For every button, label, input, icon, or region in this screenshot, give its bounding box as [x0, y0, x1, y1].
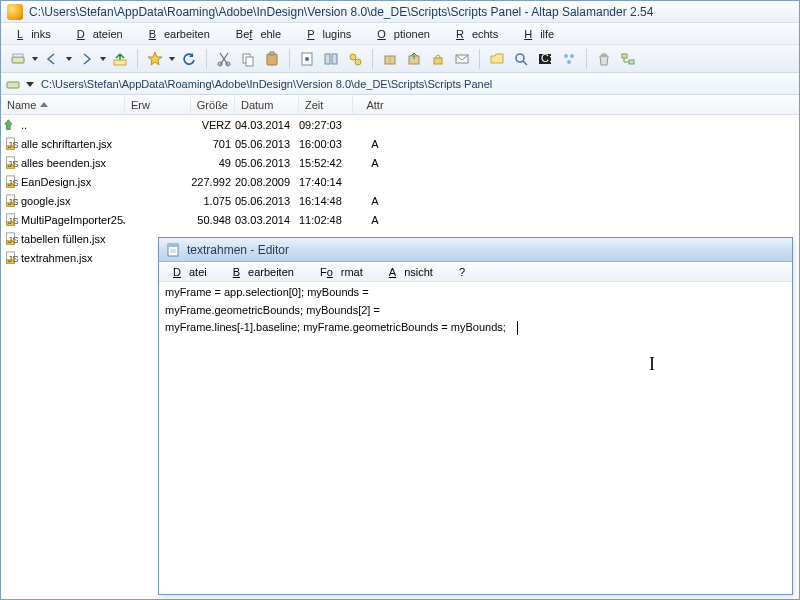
editor-menu-help[interactable]: ?	[451, 264, 473, 280]
svg-text:JS: JS	[8, 215, 19, 226]
properties-button[interactable]	[296, 48, 318, 70]
menu-dateien[interactable]: Dateien	[69, 25, 139, 43]
file-time: 16:14:48	[299, 195, 353, 207]
forward-dropdown[interactable]	[99, 56, 107, 62]
svg-text:JS: JS	[8, 196, 19, 207]
editor-menu-format[interactable]: Format	[312, 264, 379, 280]
notepad-icon	[165, 242, 181, 258]
sort-asc-icon	[40, 102, 48, 107]
shell-button[interactable]: C:	[534, 48, 556, 70]
script-file-icon: JS	[3, 231, 19, 247]
file-attr: A	[353, 214, 397, 226]
delete-button[interactable]	[593, 48, 615, 70]
script-file-icon: JS	[3, 174, 19, 190]
zip-icon[interactable]	[379, 48, 401, 70]
main-titlebar[interactable]: C:\Users\Stefan\AppData\Roaming\Adobe\In…	[1, 1, 799, 23]
svg-point-11	[305, 57, 309, 61]
editor-line: myFrame = app.selection[0]; myBounds =	[165, 286, 369, 298]
table-row[interactable]: JSalle schriftarten.jsx70105.06.201316:0…	[1, 134, 799, 153]
table-row[interactable]: JSMultiPageImporter25JJB.jsx50.94803.03.…	[1, 210, 799, 229]
main-toolbar: C:	[1, 45, 799, 73]
table-row[interactable]: ..VERZ04.03.201409:27:03	[1, 115, 799, 134]
script-file-icon: JS	[3, 193, 19, 209]
newfolder-button[interactable]	[486, 48, 508, 70]
table-row[interactable]: JSgoogle.jsx1.07505.06.201316:14:48A	[1, 191, 799, 210]
col-attr[interactable]: Attr	[353, 95, 397, 114]
script-file-icon: JS	[3, 212, 19, 228]
file-date: 04.03.2014	[235, 119, 299, 131]
svg-rect-1	[13, 54, 23, 57]
svg-marker-3	[148, 52, 162, 65]
menu-bearbeiten[interactable]: Bearbeiten	[141, 25, 226, 43]
svg-rect-12	[325, 54, 330, 64]
email-button[interactable]	[451, 48, 473, 70]
menu-optionen[interactable]: Optionen	[369, 25, 446, 43]
svg-point-24	[570, 54, 574, 58]
svg-point-20	[516, 54, 524, 62]
back-dropdown[interactable]	[65, 56, 73, 62]
path-bar[interactable]: C:\Users\Stefan\AppData\Roaming\Adobe\In…	[1, 73, 799, 95]
file-time: 15:52:42	[299, 157, 353, 169]
up-button[interactable]	[109, 48, 131, 70]
svg-text:JS: JS	[8, 177, 19, 188]
col-ext[interactable]: Erw	[125, 95, 191, 114]
bookmark-button[interactable]	[144, 48, 166, 70]
file-name: alles beenden.jsx	[21, 157, 125, 169]
drive-button[interactable]	[7, 48, 29, 70]
editor-menu-ansicht[interactable]: Ansicht	[381, 264, 449, 280]
permissions-button[interactable]	[427, 48, 449, 70]
app-icon	[7, 4, 23, 20]
menu-befehle[interactable]: Befehle	[228, 25, 297, 43]
svg-rect-51	[168, 244, 178, 247]
file-date: 03.03.2014	[235, 214, 299, 226]
editor-text-area[interactable]: myFrame = app.selection[0]; myBounds = m…	[159, 282, 792, 594]
sharing-button[interactable]	[558, 48, 580, 70]
col-time[interactable]: Zeit	[299, 95, 353, 114]
path-text: C:\Users\Stefan\AppData\Roaming\Adobe\In…	[39, 78, 492, 90]
svg-rect-2	[114, 60, 126, 65]
editor-menubar: Datei Bearbeiten Format Ansicht ?	[159, 262, 792, 282]
network-button[interactable]	[617, 48, 639, 70]
svg-point-25	[567, 60, 571, 64]
filter-button[interactable]	[344, 48, 366, 70]
back-button[interactable]	[41, 48, 63, 70]
menu-plugins[interactable]: Plugins	[299, 25, 367, 43]
editor-titlebar[interactable]: textrahmen - Editor	[159, 238, 792, 262]
column-headers: Name Erw Größe Datum Zeit Attr	[1, 95, 799, 115]
drive-dropdown[interactable]	[31, 56, 39, 62]
svg-point-23	[564, 54, 568, 58]
table-row[interactable]: JSalles beenden.jsx4905.06.201315:52:42A	[1, 153, 799, 172]
col-name[interactable]: Name	[1, 95, 125, 114]
editor-menu-datei[interactable]: Datei	[165, 264, 223, 280]
drive-icon	[5, 76, 21, 92]
chevron-down-icon[interactable]	[25, 80, 35, 88]
find-button[interactable]	[510, 48, 532, 70]
svg-text:JS: JS	[8, 139, 19, 150]
refresh-button[interactable]	[178, 48, 200, 70]
file-attr: A	[353, 157, 397, 169]
editor-menu-bearbeiten[interactable]: Bearbeiten	[225, 264, 310, 280]
svg-text:C:: C:	[541, 52, 552, 64]
editor-title: textrahmen - Editor	[187, 243, 289, 257]
table-row[interactable]: JSEanDesign.jsx227.99220.08.200917:40:14	[1, 172, 799, 191]
menu-hilfe[interactable]: Hilfe	[516, 25, 570, 43]
bookmark-dropdown[interactable]	[168, 56, 176, 62]
file-name: ..	[21, 119, 125, 131]
file-name: textrahmen.jsx	[21, 252, 125, 264]
svg-rect-18	[434, 58, 442, 64]
paste-button[interactable]	[261, 48, 283, 70]
file-date: 20.08.2009	[235, 176, 299, 188]
copy-button[interactable]	[237, 48, 259, 70]
menu-links[interactable]: Links	[9, 25, 67, 43]
col-size[interactable]: Größe	[191, 95, 235, 114]
file-time: 11:02:48	[299, 214, 353, 226]
file-size: 701	[191, 138, 235, 150]
svg-rect-26	[622, 54, 627, 58]
cut-button[interactable]	[213, 48, 235, 70]
forward-button[interactable]	[75, 48, 97, 70]
menu-rechts[interactable]: Rechts	[448, 25, 514, 43]
col-date[interactable]: Datum	[235, 95, 299, 114]
file-time: 09:27:03	[299, 119, 353, 131]
unzip-icon[interactable]	[403, 48, 425, 70]
compare-button[interactable]	[320, 48, 342, 70]
